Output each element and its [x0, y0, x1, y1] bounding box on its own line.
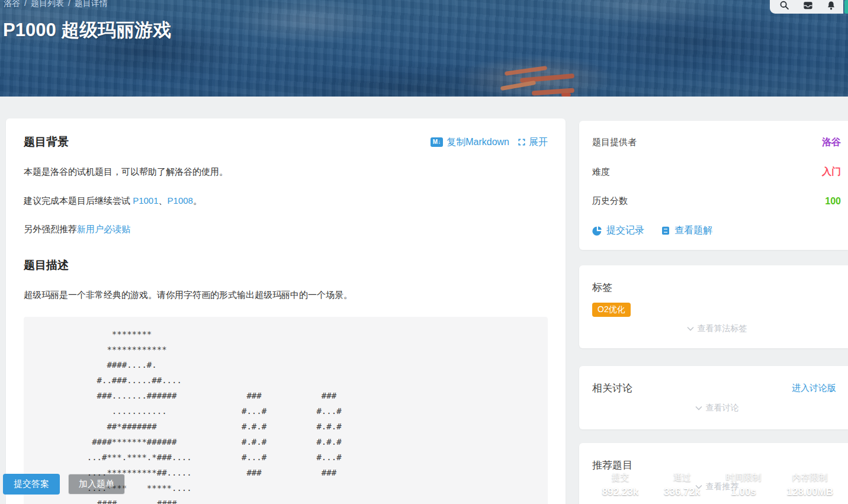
banner-actions: 提交答案 加入题单: [3, 474, 125, 495]
show-discussions-label: 查看讨论: [706, 403, 739, 413]
expand-icon: [518, 138, 526, 146]
show-discussions-toggle[interactable]: 查看讨论: [592, 403, 841, 413]
paint-stroke: [500, 81, 536, 91]
markdown-icon: M↓: [431, 137, 443, 147]
breadcrumb: 洛谷/题目列表/题目详情: [4, 0, 108, 9]
content-tools: M↓ 复制Markdown 展开: [431, 136, 548, 149]
search-icon[interactable]: [779, 1, 789, 11]
text: 、: [159, 195, 168, 206]
banner-painting: [0, 0, 848, 97]
chevron-down-icon: [695, 405, 703, 412]
discussions-card: 相关讨论 进入讨论版 查看讨论: [579, 366, 848, 429]
breadcrumb-separator: /: [68, 0, 70, 8]
paint-stroke: [561, 93, 571, 97]
submission-records-label: 提交记录: [606, 224, 644, 237]
info-links-row: 提交记录 查看题解: [592, 224, 841, 237]
provider-value[interactable]: 洛谷: [822, 136, 841, 149]
recommendations-heading: 推荐题目: [592, 458, 841, 472]
tag-row: O2优化: [592, 303, 841, 317]
breadcrumb-home[interactable]: 洛谷: [4, 0, 20, 8]
info-label: 难度: [592, 166, 610, 178]
stat-value: 336.72k: [664, 486, 700, 498]
problem-background-body: 本题是洛谷的试机题目，可以帮助了解洛谷的使用。 建议完成本题目后继续尝试 P10…: [24, 165, 548, 236]
submission-records-link[interactable]: 提交记录: [592, 224, 644, 237]
text: 。: [193, 195, 202, 206]
page-title: P1000 超级玛丽游戏: [3, 18, 171, 43]
stat-value: 1.00s: [726, 486, 762, 498]
problem-description-body: 超级玛丽是一个非常经典的游戏。请你用字符画的形式输出超级玛丽中的一个场景。: [24, 288, 548, 302]
info-label: 题目提供者: [592, 137, 637, 148]
topbar-icon-tray: [770, 0, 843, 14]
show-algorithm-tags-toggle[interactable]: 查看算法标签: [592, 323, 841, 334]
stat-submissions: 提交 892.23k: [590, 471, 651, 499]
tag-o2-optimization[interactable]: O2优化: [592, 303, 631, 317]
copy-markdown-button[interactable]: M↓ 复制Markdown: [431, 136, 509, 149]
difficulty-value: 入门: [822, 166, 841, 178]
bell-icon[interactable]: [826, 1, 836, 11]
stat-time-limit: 时间限制 1.00s: [713, 471, 774, 499]
stat-label: 时间限制: [726, 472, 762, 483]
breadcrumb-separator: /: [24, 0, 27, 8]
stat-accepted: 通过 336.72k: [651, 471, 712, 499]
link-p1001[interactable]: P1001: [133, 195, 158, 206]
submit-answer-button[interactable]: 提交答案: [3, 474, 60, 495]
problem-info-card: 题目提供者 洛谷 难度 入门 历史分数 100 提交记录 查看题解: [579, 121, 848, 250]
avatar-edge[interactable]: [844, 0, 848, 14]
breadcrumb-problem-list[interactable]: 题目列表: [31, 0, 64, 8]
link-p1008[interactable]: P1008: [168, 195, 193, 206]
stat-label: 内存限制: [787, 472, 833, 483]
expand-button[interactable]: 展开: [518, 136, 548, 149]
view-solutions-label: 查看题解: [674, 224, 712, 237]
paragraph: 另外强烈推荐新用户必读贴: [24, 223, 548, 236]
info-row-difficulty: 难度 入门: [592, 166, 841, 178]
chevron-down-icon: [686, 325, 695, 332]
tags-card: 标签 O2优化 查看算法标签: [579, 265, 848, 348]
expand-label: 展开: [529, 136, 548, 149]
paint-stroke: [505, 66, 547, 76]
text: 另外强烈推荐: [24, 224, 77, 234]
section-heading-background: 题目背景: [24, 134, 69, 150]
enter-discussion-board-link[interactable]: 进入讨论版: [792, 383, 836, 394]
view-solutions-link[interactable]: 查看题解: [661, 224, 712, 237]
stat-value: 128.00MB: [787, 486, 833, 498]
inbox-icon[interactable]: [803, 1, 813, 11]
discussions-heading: 相关讨论: [592, 381, 632, 395]
stat-label: 通过: [664, 472, 700, 483]
breadcrumb-problem-detail[interactable]: 题目详情: [75, 0, 108, 8]
show-algorithm-tags-label: 查看算法标签: [698, 323, 747, 334]
score-value: 100: [825, 196, 841, 207]
text: 建议完成本题目后继续尝试: [24, 195, 133, 206]
add-to-problem-list-button[interactable]: 加入题单: [68, 474, 125, 495]
tags-heading: 标签: [592, 281, 841, 294]
copy-markdown-label: 复制Markdown: [447, 136, 509, 149]
paragraph: 本题是洛谷的试机题目，可以帮助了解洛谷的使用。: [24, 165, 548, 179]
section-heading-description: 题目描述: [24, 258, 548, 273]
info-label: 历史分数: [592, 195, 628, 207]
stat-label: 提交: [602, 472, 638, 483]
paragraph: 建议完成本题目后继续尝试 P1001、P1008。: [24, 194, 548, 208]
pie-chart-icon: [592, 226, 602, 236]
book-icon: [661, 226, 670, 236]
info-row-score: 历史分数 100: [592, 195, 841, 207]
problem-content-card: 题目背景 M↓ 复制Markdown 展开 本题是洛谷的试机题目，可以帮助了解洛…: [6, 118, 566, 504]
stat-value: 892.23k: [602, 486, 638, 498]
stat-memory-limit: 内存限制 128.00MB: [774, 471, 846, 499]
info-row-provider: 题目提供者 洛谷: [592, 136, 841, 149]
paragraph: 超级玛丽是一个非常经典的游戏。请你用字符画的形式输出超级玛丽中的一个场景。: [24, 288, 548, 302]
problem-stats: 提交 892.23k 通过 336.72k 时间限制 1.00s 内存限制 12…: [590, 471, 846, 499]
link-new-user-guide[interactable]: 新用户必读贴: [77, 224, 130, 234]
